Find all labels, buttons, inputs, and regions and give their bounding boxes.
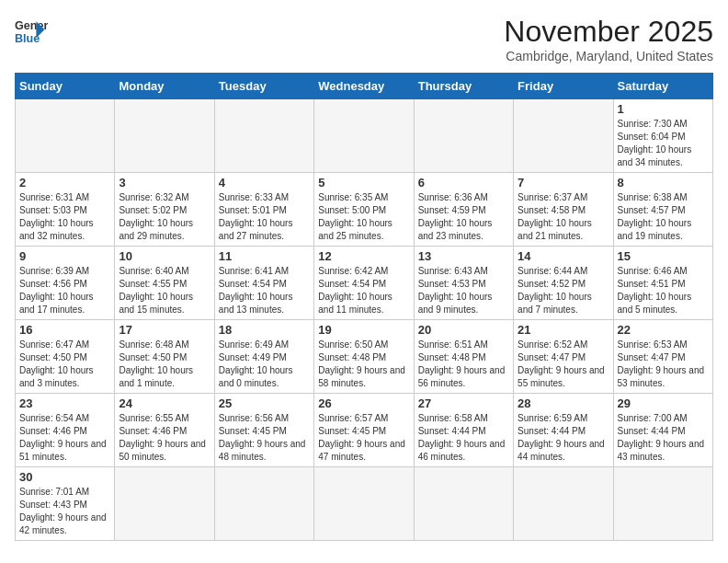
calendar-cell: 3Sunrise: 6:32 AM Sunset: 5:02 PM Daylig… <box>115 173 214 247</box>
day-number: 4 <box>219 176 310 190</box>
calendar-cell: 17Sunrise: 6:48 AM Sunset: 4:50 PM Dayli… <box>115 320 214 394</box>
day-number: 27 <box>418 396 509 410</box>
day-info: Sunrise: 6:52 AM Sunset: 4:47 PM Dayligh… <box>518 339 609 390</box>
day-number: 26 <box>318 396 409 410</box>
calendar-week-row: 23Sunrise: 6:54 AM Sunset: 4:46 PM Dayli… <box>16 394 713 467</box>
calendar-cell <box>414 99 513 173</box>
day-number: 12 <box>318 249 409 263</box>
calendar-day-header: Saturday <box>613 74 712 99</box>
calendar-cell: 14Sunrise: 6:44 AM Sunset: 4:52 PM Dayli… <box>514 247 613 320</box>
day-number: 22 <box>618 323 709 337</box>
day-number: 15 <box>618 249 709 263</box>
day-info: Sunrise: 6:43 AM Sunset: 4:53 PM Dayligh… <box>418 265 509 316</box>
day-info: Sunrise: 6:51 AM Sunset: 4:48 PM Dayligh… <box>418 339 509 390</box>
day-number: 19 <box>318 323 409 337</box>
calendar-cell: 13Sunrise: 6:43 AM Sunset: 4:53 PM Dayli… <box>414 247 513 320</box>
day-info: Sunrise: 6:31 AM Sunset: 5:03 PM Dayligh… <box>19 191 110 243</box>
calendar-cell: 6Sunrise: 6:36 AM Sunset: 4:59 PM Daylig… <box>414 173 513 247</box>
day-info: Sunrise: 6:41 AM Sunset: 4:54 PM Dayligh… <box>219 265 310 316</box>
day-number: 25 <box>219 396 310 410</box>
day-number: 2 <box>19 176 110 190</box>
calendar-cell <box>115 99 214 173</box>
calendar-cell <box>115 467 214 541</box>
day-info: Sunrise: 6:44 AM Sunset: 4:52 PM Dayligh… <box>518 265 609 316</box>
day-number: 9 <box>19 249 110 263</box>
day-number: 3 <box>119 176 210 190</box>
calendar-cell: 23Sunrise: 6:54 AM Sunset: 4:46 PM Dayli… <box>16 394 115 467</box>
day-number: 30 <box>19 470 110 484</box>
calendar-cell <box>514 467 613 541</box>
calendar-cell <box>214 467 313 541</box>
day-info: Sunrise: 6:40 AM Sunset: 4:55 PM Dayligh… <box>119 265 210 316</box>
calendar-cell: 16Sunrise: 6:47 AM Sunset: 4:50 PM Dayli… <box>16 320 115 394</box>
day-info: Sunrise: 6:48 AM Sunset: 4:50 PM Dayligh… <box>119 339 210 390</box>
day-info: Sunrise: 6:47 AM Sunset: 4:50 PM Dayligh… <box>19 339 110 390</box>
calendar-header-row: SundayMondayTuesdayWednesdayThursdayFrid… <box>16 74 713 99</box>
day-info: Sunrise: 6:50 AM Sunset: 4:48 PM Dayligh… <box>318 339 409 390</box>
day-info: Sunrise: 7:00 AM Sunset: 4:44 PM Dayligh… <box>618 412 709 464</box>
title-block: November 2025 Cambridge, Maryland, Unite… <box>504 15 713 63</box>
day-info: Sunrise: 6:32 AM Sunset: 5:02 PM Dayligh… <box>119 191 210 243</box>
calendar-cell <box>16 99 115 173</box>
month-title: November 2025 <box>504 15 713 49</box>
calendar-cell: 15Sunrise: 6:46 AM Sunset: 4:51 PM Dayli… <box>613 247 712 320</box>
calendar-cell: 18Sunrise: 6:49 AM Sunset: 4:49 PM Dayli… <box>214 320 313 394</box>
day-info: Sunrise: 6:55 AM Sunset: 4:46 PM Dayligh… <box>119 412 210 464</box>
day-number: 24 <box>119 396 210 410</box>
day-info: Sunrise: 6:38 AM Sunset: 4:57 PM Dayligh… <box>618 191 709 243</box>
day-number: 1 <box>618 102 709 116</box>
day-number: 5 <box>318 176 409 190</box>
calendar-cell: 24Sunrise: 6:55 AM Sunset: 4:46 PM Dayli… <box>115 394 214 467</box>
calendar-cell: 7Sunrise: 6:37 AM Sunset: 4:58 PM Daylig… <box>514 173 613 247</box>
logo: General Blue <box>15 15 48 48</box>
day-number: 10 <box>119 249 210 263</box>
calendar-cell: 29Sunrise: 7:00 AM Sunset: 4:44 PM Dayli… <box>613 394 712 467</box>
day-number: 18 <box>219 323 310 337</box>
day-info: Sunrise: 6:58 AM Sunset: 4:44 PM Dayligh… <box>418 412 509 464</box>
calendar-cell: 12Sunrise: 6:42 AM Sunset: 4:54 PM Dayli… <box>314 247 414 320</box>
day-info: Sunrise: 6:36 AM Sunset: 4:59 PM Dayligh… <box>418 191 509 243</box>
day-info: Sunrise: 6:49 AM Sunset: 4:49 PM Dayligh… <box>219 339 310 390</box>
day-info: Sunrise: 7:01 AM Sunset: 4:43 PM Dayligh… <box>19 486 110 537</box>
calendar-cell <box>514 99 613 173</box>
svg-text:Blue: Blue <box>15 32 40 45</box>
day-info: Sunrise: 6:39 AM Sunset: 4:56 PM Dayligh… <box>19 265 110 316</box>
day-info: Sunrise: 6:42 AM Sunset: 4:54 PM Dayligh… <box>318 265 409 316</box>
calendar-cell: 27Sunrise: 6:58 AM Sunset: 4:44 PM Dayli… <box>414 394 513 467</box>
day-number: 14 <box>518 249 609 263</box>
calendar-day-header: Monday <box>115 74 214 99</box>
calendar-cell: 19Sunrise: 6:50 AM Sunset: 4:48 PM Dayli… <box>314 320 414 394</box>
calendar-day-header: Sunday <box>16 74 115 99</box>
day-info: Sunrise: 7:30 AM Sunset: 6:04 PM Dayligh… <box>618 118 709 169</box>
page-header: General Blue November 2025 Cambridge, Ma… <box>15 15 713 63</box>
calendar-week-row: 16Sunrise: 6:47 AM Sunset: 4:50 PM Dayli… <box>16 320 713 394</box>
calendar-cell: 28Sunrise: 6:59 AM Sunset: 4:44 PM Dayli… <box>514 394 613 467</box>
day-number: 21 <box>518 323 609 337</box>
day-info: Sunrise: 6:54 AM Sunset: 4:46 PM Dayligh… <box>19 412 110 464</box>
day-info: Sunrise: 6:46 AM Sunset: 4:51 PM Dayligh… <box>618 265 709 316</box>
calendar-cell: 30Sunrise: 7:01 AM Sunset: 4:43 PM Dayli… <box>16 467 115 541</box>
calendar-day-header: Thursday <box>414 74 513 99</box>
day-number: 11 <box>219 249 310 263</box>
calendar-cell: 8Sunrise: 6:38 AM Sunset: 4:57 PM Daylig… <box>613 173 712 247</box>
day-number: 16 <box>19 323 110 337</box>
calendar-week-row: 1Sunrise: 7:30 AM Sunset: 6:04 PM Daylig… <box>16 99 713 173</box>
calendar-cell: 26Sunrise: 6:57 AM Sunset: 4:45 PM Dayli… <box>314 394 414 467</box>
calendar-week-row: 30Sunrise: 7:01 AM Sunset: 4:43 PM Dayli… <box>16 467 713 541</box>
day-info: Sunrise: 6:59 AM Sunset: 4:44 PM Dayligh… <box>518 412 609 464</box>
calendar-cell: 11Sunrise: 6:41 AM Sunset: 4:54 PM Dayli… <box>214 247 313 320</box>
day-number: 28 <box>518 396 609 410</box>
day-number: 17 <box>119 323 210 337</box>
calendar-cell <box>414 467 513 541</box>
day-info: Sunrise: 6:33 AM Sunset: 5:01 PM Dayligh… <box>219 191 310 243</box>
logo-icon: General Blue <box>15 15 48 48</box>
calendar-cell <box>214 99 313 173</box>
calendar-cell: 25Sunrise: 6:56 AM Sunset: 4:45 PM Dayli… <box>214 394 313 467</box>
day-info: Sunrise: 6:53 AM Sunset: 4:47 PM Dayligh… <box>618 339 709 390</box>
day-number: 20 <box>418 323 509 337</box>
calendar-day-header: Wednesday <box>314 74 414 99</box>
calendar-cell: 22Sunrise: 6:53 AM Sunset: 4:47 PM Dayli… <box>613 320 712 394</box>
calendar-cell: 5Sunrise: 6:35 AM Sunset: 5:00 PM Daylig… <box>314 173 414 247</box>
calendar-cell: 20Sunrise: 6:51 AM Sunset: 4:48 PM Dayli… <box>414 320 513 394</box>
day-number: 29 <box>618 396 709 410</box>
